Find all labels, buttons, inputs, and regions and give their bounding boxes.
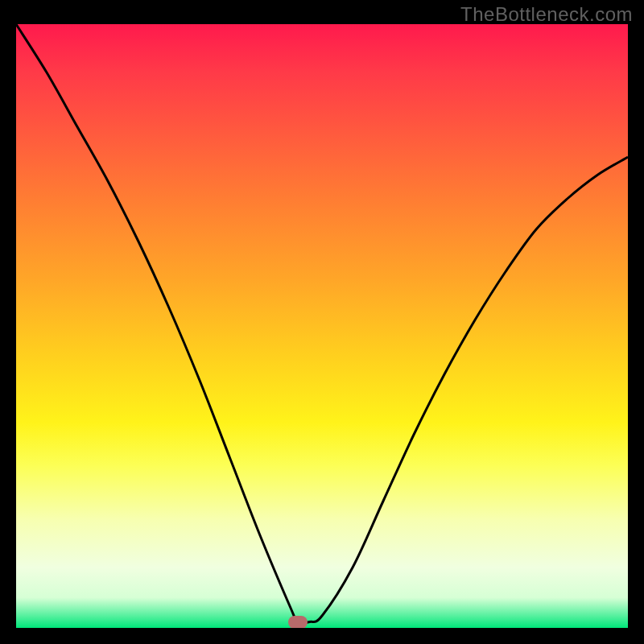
- watermark-text: TheBottleneck.com: [460, 3, 633, 26]
- plot-area: [16, 24, 628, 628]
- bottleneck-curve-path: [16, 24, 628, 623]
- optimal-point-marker: [288, 616, 308, 629]
- bottleneck-curve: [16, 24, 628, 628]
- chart-frame: TheBottleneck.com: [0, 0, 644, 644]
